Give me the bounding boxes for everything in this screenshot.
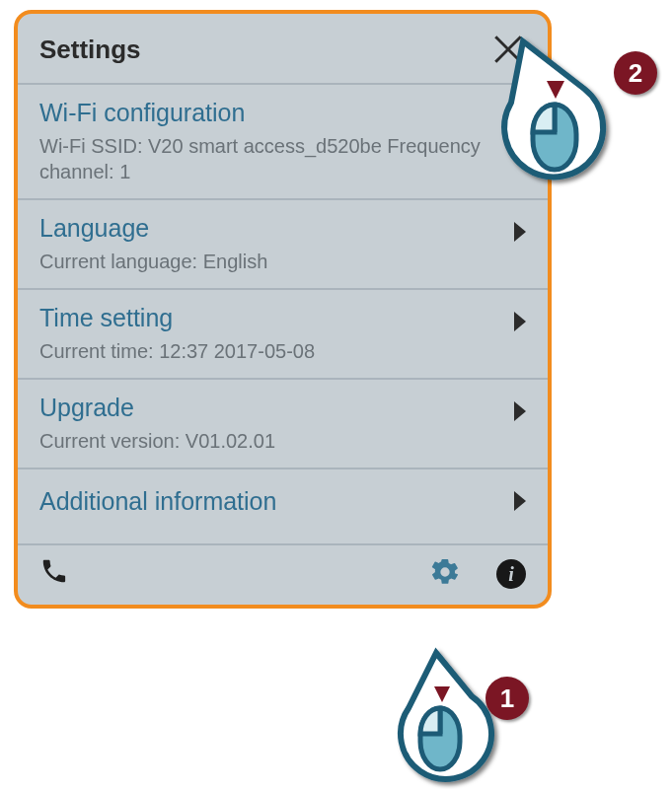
settings-panel: Settings Wi-Fi configuration Wi-Fi SSID:… xyxy=(14,10,552,609)
phone-icon[interactable] xyxy=(39,561,69,592)
chevron-right-icon xyxy=(514,312,526,331)
gear-icon[interactable] xyxy=(429,556,461,592)
svg-marker-1 xyxy=(434,686,450,702)
settings-item-time[interactable]: Time setting Current time: 12:37 2017-05… xyxy=(18,290,548,380)
settings-item-language[interactable]: Language Current language: English xyxy=(18,200,548,290)
item-title: Language xyxy=(39,214,526,243)
bottom-toolbar: i xyxy=(18,545,548,605)
settings-header: Settings xyxy=(18,14,548,85)
settings-item-upgrade[interactable]: Upgrade Current version: V01.02.01 xyxy=(18,380,548,469)
chevron-right-icon xyxy=(514,222,526,242)
item-title: Additional information xyxy=(39,487,526,516)
chevron-right-icon xyxy=(514,107,526,126)
item-title: Wi-Fi configuration xyxy=(39,99,526,127)
step-badge: 2 xyxy=(614,51,657,95)
chevron-right-icon xyxy=(514,491,526,511)
step-badge: 1 xyxy=(485,677,529,720)
item-subtitle: Current version: V01.02.01 xyxy=(39,428,526,454)
settings-item-wifi[interactable]: Wi-Fi configuration Wi-Fi SSID: V20 smar… xyxy=(18,85,548,200)
page-title: Settings xyxy=(39,35,141,65)
close-icon[interactable] xyxy=(490,32,526,67)
item-subtitle: Wi-Fi SSID: V20 smart access_d520be Freq… xyxy=(39,133,526,184)
item-title: Upgrade xyxy=(39,394,526,422)
item-subtitle: Current language: English xyxy=(39,249,526,274)
info-icon[interactable]: i xyxy=(496,559,526,589)
chevron-right-icon xyxy=(514,401,526,421)
item-title: Time setting xyxy=(39,304,526,332)
callout-step-1: 1 xyxy=(385,631,543,789)
settings-item-additional[interactable]: Additional information xyxy=(18,469,548,545)
item-subtitle: Current time: 12:37 2017-05-08 xyxy=(39,338,526,364)
